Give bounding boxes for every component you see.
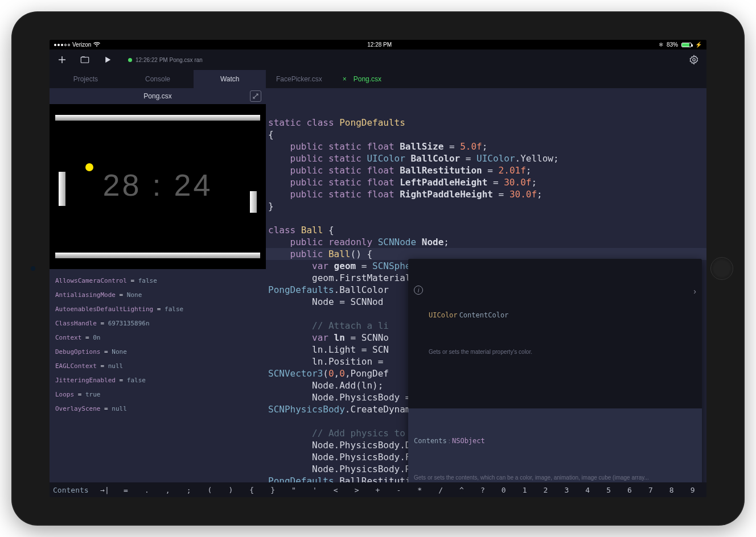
- sym-key[interactable]: 2: [535, 486, 556, 494]
- symbol-row: Contents →| = . , ; ( ) { } " ' < > + - …: [50, 482, 706, 497]
- sym-key[interactable]: ,: [157, 486, 178, 494]
- settings-button[interactable]: [686, 52, 702, 68]
- sym-key[interactable]: 5: [598, 486, 619, 494]
- play-button[interactable]: [100, 52, 116, 68]
- editor-tab-pong[interactable]: × Pong.csx: [332, 70, 392, 88]
- prop-row: AutoenablesDefaultLighting = false: [55, 302, 260, 316]
- sym-key[interactable]: <: [325, 486, 346, 494]
- sym-key[interactable]: 4: [577, 486, 598, 494]
- properties-panel[interactable]: AllowsCameraControl = false Antialiasing…: [50, 269, 266, 482]
- sym-key[interactable]: ": [284, 486, 305, 494]
- sym-key[interactable]: (: [199, 486, 220, 494]
- autocomplete-item[interactable]: Contents : NSObject Gets or sets the con…: [408, 408, 702, 482]
- editor-tab-bar: FacePicker.csx × Pong.csx: [266, 70, 706, 88]
- sym-key[interactable]: 6: [619, 486, 640, 494]
- bluetooth-icon: ✱: [659, 42, 663, 48]
- svg-rect-0: [81, 57, 89, 63]
- ios-status-bar: Verizon 12:28 PM ✱ 83% ⚡: [50, 40, 706, 49]
- prop-row: AllowsCameraControl = false: [55, 274, 260, 288]
- add-button[interactable]: [54, 52, 70, 68]
- pong-preview[interactable]: 28 : 24: [50, 104, 266, 269]
- sym-key[interactable]: 9: [682, 486, 703, 494]
- prop-row: OverlayScene = null: [55, 402, 260, 416]
- status-message: 12:26:22 PM Pong.csx ran: [122, 53, 679, 66]
- prop-row: ClassHandle = 6973135896n: [55, 316, 260, 331]
- battery-icon: [681, 43, 692, 47]
- sym-key[interactable]: ): [220, 486, 241, 494]
- sym-key[interactable]: =: [116, 486, 137, 494]
- sym-key[interactable]: ': [304, 486, 325, 494]
- pong-score: 28 : 24: [50, 167, 266, 203]
- watch-file-label: Pong.csx: [143, 92, 171, 100]
- right-pane: FacePicker.csx × Pong.csx static class s…: [266, 70, 706, 482]
- sym-key[interactable]: ?: [472, 486, 493, 494]
- prop-row: AntialiasingMode = None: [55, 288, 260, 302]
- watch-header: Pong.csx: [50, 88, 266, 104]
- tab-watch[interactable]: Watch: [194, 70, 266, 88]
- sym-key[interactable]: ^: [451, 486, 472, 494]
- prop-row: Loops = true: [55, 387, 260, 402]
- camera-dot: [31, 266, 35, 271]
- pong-top-wall: [55, 115, 260, 121]
- svg-point-1: [693, 59, 696, 61]
- status-text: 12:26:22 PM Pong.csx ran: [135, 57, 203, 63]
- sym-key[interactable]: 8: [661, 486, 682, 494]
- prop-row: JitteringEnabled = false: [55, 373, 260, 387]
- autocomplete-header[interactable]: i UIColor ContentColor Gets or sets the …: [408, 283, 702, 385]
- close-icon[interactable]: ×: [343, 75, 347, 83]
- info-icon[interactable]: i: [414, 286, 423, 295]
- sym-key[interactable]: 3: [556, 486, 577, 494]
- prop-row: Context = 0n: [55, 331, 260, 345]
- prop-row: EAGLContext = null: [55, 359, 260, 373]
- tab-console[interactable]: Console: [122, 70, 194, 88]
- carrier-label: Verizon: [72, 42, 91, 48]
- wifi-icon: [93, 42, 100, 48]
- app-toolbar: 12:26:22 PM Pong.csx ran: [50, 49, 706, 70]
- editor-tab-facepicker[interactable]: FacePicker.csx: [266, 70, 332, 88]
- symrow-context: Contents: [53, 486, 94, 494]
- sym-key[interactable]: -: [388, 486, 409, 494]
- home-button[interactable]: [710, 257, 733, 280]
- sym-key[interactable]: {: [241, 486, 262, 494]
- sym-key[interactable]: 1: [514, 486, 535, 494]
- sym-key[interactable]: /: [430, 486, 451, 494]
- status-dot-icon: [128, 58, 132, 62]
- expand-button[interactable]: [250, 90, 261, 102]
- clock: 12:28 PM: [367, 42, 392, 48]
- sym-key[interactable]: 7: [640, 486, 661, 494]
- sym-key[interactable]: >: [346, 486, 367, 494]
- left-pane: Projects Console Watch Pong.csx 28: [50, 70, 266, 482]
- chevron-right-icon[interactable]: ›: [693, 286, 696, 298]
- sym-key[interactable]: +: [367, 486, 388, 494]
- sym-key[interactable]: }: [262, 486, 284, 494]
- screen: Verizon 12:28 PM ✱ 83% ⚡ 12: [50, 40, 706, 497]
- charging-icon: ⚡: [695, 42, 702, 48]
- prop-row: DebugOptions = None: [55, 345, 260, 359]
- code-editor[interactable]: static class static class PongDefaultsPo…: [266, 88, 706, 482]
- sym-key[interactable]: →|: [94, 486, 116, 494]
- ipad-frame: Verizon 12:28 PM ✱ 83% ⚡ 12: [13, 13, 743, 524]
- pong-bottom-wall: [55, 253, 260, 258]
- tab-projects[interactable]: Projects: [50, 70, 122, 88]
- signal-dots: [54, 44, 70, 46]
- sym-key[interactable]: *: [409, 486, 430, 494]
- battery-label: 83%: [667, 42, 678, 48]
- sym-key[interactable]: .: [136, 486, 157, 494]
- sym-key[interactable]: 0: [493, 486, 514, 494]
- folder-button[interactable]: [77, 52, 93, 68]
- sym-key[interactable]: ;: [178, 486, 199, 494]
- autocomplete-popup[interactable]: i UIColor ContentColor Gets or sets the …: [408, 259, 702, 482]
- left-tab-bar: Projects Console Watch: [50, 70, 266, 88]
